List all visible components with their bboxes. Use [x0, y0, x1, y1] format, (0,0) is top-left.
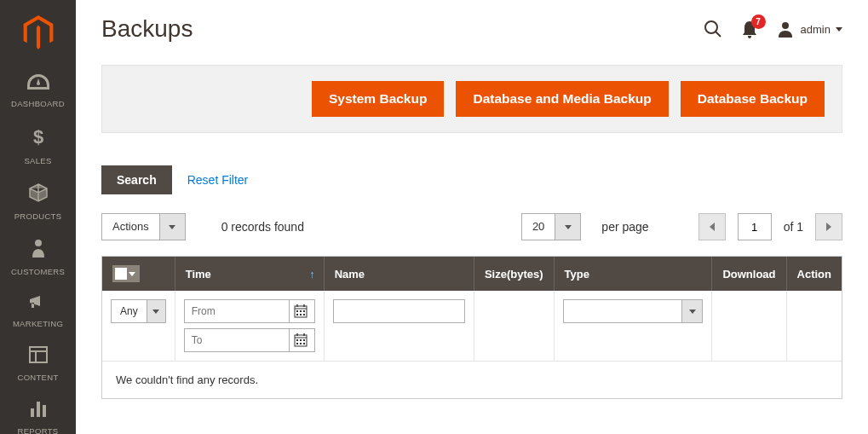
magento-logo[interactable]: [0, 0, 76, 64]
svg-point-10: [782, 22, 789, 29]
page-number-input[interactable]: [738, 213, 772, 240]
svg-rect-6: [37, 402, 40, 417]
svg-rect-17: [300, 314, 302, 315]
col-type[interactable]: Type: [554, 257, 712, 291]
filter-any-select[interactable]: Any: [111, 299, 166, 323]
empty-row: We couldn't find any records.: [102, 362, 842, 399]
username: admin: [801, 23, 831, 36]
chevron-down-icon: [159, 214, 185, 240]
svg-rect-23: [296, 339, 298, 341]
select-all-checkbox[interactable]: [112, 265, 140, 282]
svg-rect-5: [31, 408, 34, 417]
sidebar-item-content[interactable]: CONTENT: [0, 336, 76, 390]
chevron-down-icon: [681, 300, 702, 322]
chevron-down-icon: [836, 27, 842, 32]
filter-row: Any: [102, 291, 842, 362]
filter-name-input[interactable]: [333, 299, 465, 323]
svg-rect-14: [300, 310, 302, 312]
database-media-backup-button[interactable]: Database and Media Backup: [456, 81, 668, 117]
database-backup-button[interactable]: Database Backup: [681, 81, 825, 117]
system-backup-button[interactable]: System Backup: [312, 81, 444, 117]
svg-text:$: $: [32, 126, 43, 147]
bars-icon: [0, 400, 76, 420]
col-download[interactable]: Download: [712, 257, 786, 291]
empty-message: We couldn't find any records.: [102, 362, 842, 399]
chevron-down-icon: [147, 300, 165, 322]
admin-sidebar: DASHBOARD $ SALES PRODUCTS CUSTOMERS MAR…: [0, 0, 76, 434]
sidebar-item-customers[interactable]: CUSTOMERS: [0, 229, 76, 284]
col-name[interactable]: Name: [324, 257, 474, 291]
sidebar-label: REPORTS: [18, 426, 59, 434]
svg-point-8: [705, 21, 717, 33]
svg-rect-2: [30, 347, 47, 362]
page-size-value: 20: [522, 214, 555, 240]
megaphone-icon: [0, 294, 76, 312]
grid-toolbar: Actions 0 records found 20 per page of 1: [101, 213, 842, 240]
page-size-select[interactable]: 20: [521, 213, 581, 240]
filter-time-to-input[interactable]: [185, 329, 289, 351]
dollar-icon: $: [0, 126, 76, 149]
svg-rect-16: [296, 314, 298, 315]
mass-actions-label: Actions: [102, 214, 159, 240]
col-size[interactable]: Size(bytes): [474, 257, 554, 291]
next-page-button[interactable]: [815, 213, 842, 240]
sidebar-item-reports[interactable]: REPORTS: [0, 390, 76, 434]
reset-filter-link[interactable]: Reset Filter: [187, 173, 249, 187]
svg-rect-7: [43, 405, 46, 417]
svg-rect-27: [300, 343, 302, 344]
sidebar-label: CONTENT: [17, 373, 58, 382]
svg-rect-24: [300, 339, 302, 341]
svg-point-1: [35, 240, 42, 246]
svg-rect-18: [303, 314, 305, 315]
action-bar: System Backup Database and Media Backup …: [101, 65, 842, 133]
layout-icon: [0, 346, 76, 366]
filter-controls: Search Reset Filter: [101, 165, 842, 194]
calendar-icon[interactable]: [289, 329, 313, 351]
col-action[interactable]: Action: [786, 257, 842, 291]
chevron-right-icon: [826, 223, 831, 231]
notification-badge: 7: [751, 14, 766, 29]
search-button[interactable]: Search: [101, 165, 172, 194]
sidebar-item-products[interactable]: PRODUCTS: [0, 173, 76, 229]
sidebar-item-dashboard[interactable]: DASHBOARD: [0, 64, 76, 116]
sidebar-label: PRODUCTS: [14, 211, 62, 221]
user-icon: [777, 20, 794, 38]
sort-asc-icon: ↑: [309, 268, 315, 281]
col-checkbox: [102, 257, 175, 291]
svg-rect-25: [303, 339, 305, 341]
svg-rect-26: [296, 343, 298, 344]
calendar-icon[interactable]: [289, 300, 313, 322]
page-title: Backups: [101, 15, 704, 43]
notifications-button[interactable]: 7: [741, 20, 758, 38]
filter-time-from-input[interactable]: [185, 300, 289, 322]
col-time[interactable]: Time↑: [175, 257, 324, 291]
person-icon: [0, 239, 76, 260]
sidebar-item-marketing[interactable]: MARKETING: [0, 284, 76, 336]
prev-page-button[interactable]: [698, 213, 726, 240]
box-icon: [0, 183, 76, 205]
backups-grid: Time↑ Name Size(bytes) Type Download Act…: [101, 256, 842, 399]
page-total-label: of 1: [784, 220, 803, 234]
sidebar-label: CUSTOMERS: [11, 267, 65, 276]
sidebar-item-sales[interactable]: $ SALES: [0, 116, 76, 173]
sidebar-label: MARKETING: [13, 319, 63, 328]
svg-rect-28: [303, 343, 305, 344]
page-header: Backups 7 admin: [101, 0, 842, 65]
svg-line-9: [716, 32, 721, 37]
per-page-label: per page: [601, 220, 648, 234]
sidebar-label: DASHBOARD: [11, 99, 65, 108]
dashboard-icon: [0, 74, 76, 92]
chevron-down-icon: [555, 214, 580, 240]
records-count: 0 records found: [221, 220, 304, 234]
filter-type-select[interactable]: [563, 299, 704, 323]
mass-actions-select[interactable]: Actions: [101, 213, 186, 240]
svg-rect-13: [296, 310, 298, 312]
sidebar-label: SALES: [24, 156, 51, 165]
svg-rect-15: [303, 310, 305, 312]
chevron-left-icon: [710, 223, 715, 231]
user-menu[interactable]: admin: [777, 20, 842, 38]
search-icon[interactable]: [704, 20, 722, 38]
chevron-down-icon: [129, 272, 135, 276]
